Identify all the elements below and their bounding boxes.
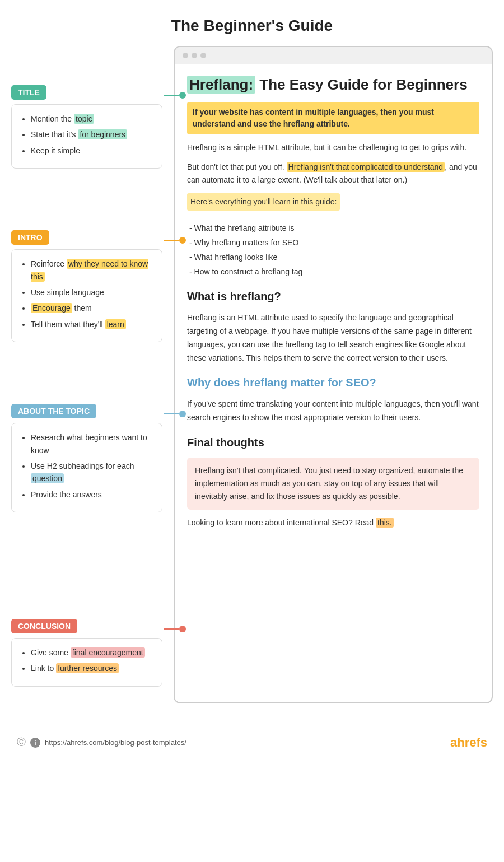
- about-highlight-1: question: [31, 473, 64, 483]
- h2-why-hreflang: Why does hreflang matter for SEO?: [187, 374, 479, 392]
- toc-intro: Here's everything you'll learn in this g…: [187, 193, 479, 215]
- intro-item-2: Use simple language: [31, 286, 153, 299]
- para-why-hreflang: If you've spent time translating your co…: [187, 398, 479, 425]
- conclusion-item-2: Link to further resources: [31, 662, 153, 674]
- conclusion-highlight-2: further resources: [56, 663, 119, 673]
- page-wrapper: The Beginner's Guide TITLE Mention the t…: [0, 0, 504, 759]
- body2-start: But don't let that put you off.: [187, 162, 287, 171]
- body-text-1: Hreflang is a simple HTML attribute, but…: [187, 141, 479, 154]
- read-more-prefix: Looking to learn more about internationa…: [187, 518, 376, 527]
- body-text-2: But don't let that put you off. Hreflang…: [187, 161, 479, 187]
- toc-item-3: What hreflang looks like: [189, 251, 479, 264]
- article-title: Hreflang: The Easy Guide for Beginners: [187, 76, 479, 94]
- intro-card: Reinforce why they need to know this Use…: [11, 249, 162, 342]
- cc-icon: Ⓒ: [17, 737, 26, 748]
- intro-item-3: Encourage them: [31, 302, 153, 314]
- conclusion-label: CONCLUSION: [11, 619, 77, 633]
- intro-highlight-3: learn: [105, 319, 126, 329]
- title-topic-highlight: topic: [74, 114, 94, 124]
- info-icon: i: [30, 738, 40, 748]
- toc-list: What the hreflang attribute is Why hrefl…: [187, 222, 479, 278]
- intro-highlight-box: If your website has content in multiple …: [187, 102, 479, 134]
- title-item-3: Keep it simple: [31, 145, 153, 157]
- about-label: ABOUT THE TOPIC: [11, 404, 96, 418]
- body2-highlight: Hreflang isn't that complicated to under…: [287, 162, 445, 172]
- intro-item-1: Reinforce why they need to know this: [31, 258, 153, 283]
- browser-window: Hreflang: The Easy Guide for Beginners I…: [174, 46, 493, 703]
- intro-section-block: INTRO Reinforce why they need to know th…: [11, 230, 162, 342]
- about-item-1: Research what beginners want to know: [31, 431, 153, 456]
- title-card: Mention the topic State that it's for be…: [11, 104, 162, 169]
- conclusion-highlight-1: final encouragement: [71, 647, 145, 658]
- conclusion-section-block: CONCLUSION Give some final encouragement…: [11, 619, 162, 687]
- title-item-2: State that it's for beginners: [31, 128, 153, 141]
- conclusion-box: Hreflang isn't that complicated. You jus…: [187, 458, 479, 510]
- read-more-link[interactable]: this.: [376, 518, 394, 528]
- browser-dot-1: [183, 53, 188, 58]
- article-title-part1: Hreflang:: [187, 76, 255, 94]
- read-more-text: Looking to learn more about internationa…: [187, 516, 479, 529]
- main-layout: TITLE Mention the topic State that it's …: [0, 46, 504, 726]
- about-item-2: Use H2 subheadings for each question: [31, 460, 153, 485]
- footer-left: Ⓒ i https://ahrefs.com/blog/blog-post-te…: [17, 737, 186, 748]
- toc-item-2: Why hreflang matters for SEO: [189, 236, 479, 249]
- about-card: Research what beginners want to know Use…: [11, 423, 162, 512]
- about-item-3: Provide the answers: [31, 488, 153, 501]
- footer: Ⓒ i https://ahrefs.com/blog/blog-post-te…: [0, 726, 504, 759]
- toc-item-4: How to construct a hreflang tag: [189, 265, 479, 278]
- title-section-block: TITLE Mention the topic State that it's …: [11, 85, 162, 169]
- h2-what-is-hreflang: What is hreflang?: [187, 287, 479, 306]
- browser-content: Hreflang: The Easy Guide for Beginners I…: [175, 64, 492, 547]
- about-section-block: ABOUT THE TOPIC Research what beginners …: [11, 404, 162, 512]
- intro-highlight-1: why they need to know this: [31, 259, 148, 281]
- browser-dot-2: [192, 53, 197, 58]
- footer-logo: ahrefs: [450, 735, 487, 750]
- browser-bar: [175, 47, 492, 64]
- title-label: TITLE: [11, 85, 46, 100]
- title-beginners-highlight: for beginners: [78, 129, 127, 139]
- conclusion-item-1: Give some final encouragement: [31, 646, 153, 659]
- page-title: The Beginner's Guide: [0, 0, 504, 46]
- toc-item-1: What the hreflang attribute is: [189, 222, 479, 235]
- intro-label: INTRO: [11, 230, 49, 245]
- toc-intro-text: Here's everything you'll learn in this g…: [187, 193, 340, 211]
- article-title-part2: The Easy Guide for Beginners: [255, 76, 468, 93]
- browser-dot-3: [200, 53, 206, 58]
- conclusion-card: Give some final encouragement Link to fu…: [11, 638, 162, 687]
- intro-item-4: Tell them what they'll learn: [31, 318, 153, 330]
- title-item-1: Mention the topic: [31, 113, 153, 125]
- left-panel: TITLE Mention the topic State that it's …: [11, 46, 168, 703]
- para-what-is-hreflang: Hreflang is an HTML attribute used to sp…: [187, 311, 479, 365]
- intro-highlight-2: Encourage: [31, 303, 72, 313]
- footer-url[interactable]: https://ahrefs.com/blog/blog-post-templa…: [45, 738, 186, 747]
- h2-final-thoughts: Final thoughts: [187, 434, 479, 452]
